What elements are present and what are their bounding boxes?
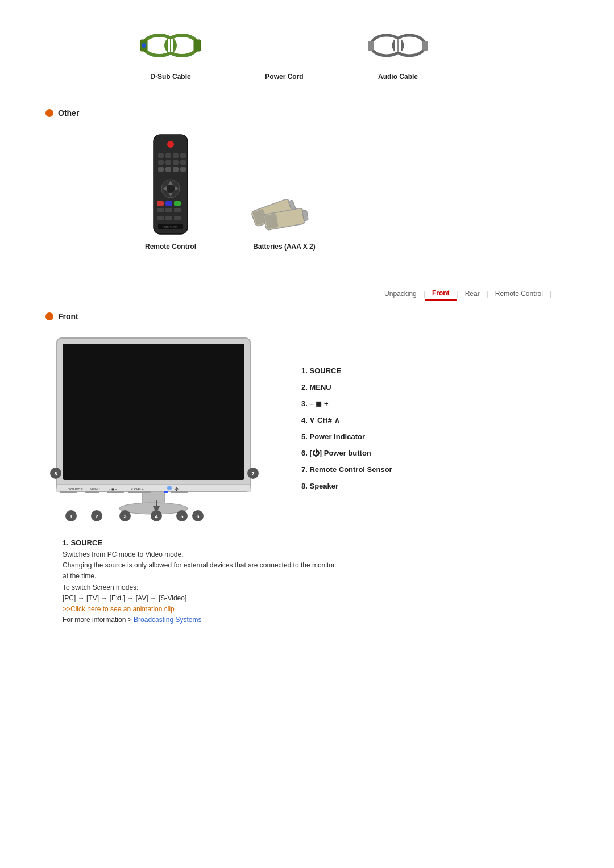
svg-rect-18 — [180, 153, 186, 158]
broadcasting-systems-link[interactable]: Broadcasting Systems — [134, 616, 201, 624]
svg-rect-64 — [128, 491, 151, 493]
front-section-content: SOURCE MENU - ◼ + ∨ CH# ∧ ⏻ 1 — [45, 332, 569, 527]
svg-rect-49 — [265, 214, 279, 229]
accessories-top-row: D-Sub Cable Power Cord Audio Cable — [45, 23, 569, 81]
svg-rect-37 — [165, 208, 172, 212]
label-power-button: 6. [⏻] Power button — [301, 449, 569, 457]
source-screen-modes: [PC] → [TV] → [Ext.] → [AV] → [S-Video] — [63, 593, 569, 604]
animation-clip-link[interactable]: >>Click here to see an animation clip — [63, 605, 175, 613]
svg-rect-19 — [158, 160, 164, 165]
front-dot — [45, 312, 53, 320]
svg-rect-66 — [171, 491, 188, 493]
svg-rect-33 — [157, 201, 164, 206]
svg-text:1: 1 — [69, 514, 72, 519]
source-more-info-row: For more information > Broadcasting Syst… — [63, 615, 569, 625]
audio-icon-area — [364, 23, 432, 68]
svg-rect-63 — [107, 491, 124, 493]
remote-control-icon: SAMSUNG — [148, 132, 193, 240]
batteries-label: Batteries (AAA X 2) — [253, 243, 316, 251]
page-wrapper: D-Sub Cable Power Cord Audio Cable — [0, 0, 614, 648]
svg-point-59 — [167, 486, 172, 490]
svg-rect-21 — [173, 160, 179, 165]
svg-text:6: 6 — [196, 514, 199, 519]
monitor-illustration: SOURCE MENU - ◼ + ∨ CH# ∧ ⏻ 1 — [45, 332, 284, 527]
svg-rect-39 — [157, 216, 164, 220]
source-line-3: at the time. — [63, 571, 569, 582]
svg-text:3: 3 — [123, 514, 126, 519]
accessory-power-cord: Power Cord — [227, 23, 341, 81]
label-menu: 2. MENU — [301, 383, 569, 391]
monitor-labels-panel: 1. SOURCE 2. MENU 3. – ◼ + 4. ∨ CH# ∧ 5.… — [301, 332, 569, 527]
svg-rect-65 — [164, 491, 168, 493]
label-channel: 4. ∨ CH# ∧ — [301, 416, 569, 424]
svg-rect-16 — [165, 153, 171, 158]
svg-text:-  ◼  +: - ◼ + — [109, 487, 117, 491]
source-line-1: Switches from PC mode to Video mode. — [63, 549, 569, 560]
svg-rect-26 — [180, 167, 186, 172]
svg-rect-35 — [174, 201, 181, 206]
svg-rect-15 — [158, 153, 164, 158]
svg-rect-51 — [63, 344, 244, 480]
svg-rect-5 — [194, 40, 201, 51]
svg-text:7: 7 — [251, 471, 254, 477]
svg-rect-20 — [165, 160, 171, 165]
tab-unpacking[interactable]: Unpacking — [377, 287, 424, 300]
source-description: 1. SOURCE Switches from PC mode to Video… — [45, 539, 569, 625]
svg-rect-12 — [422, 41, 428, 51]
svg-rect-22 — [180, 160, 186, 165]
remote-icon-area: SAMSUNG — [131, 129, 210, 243]
label-speaker: 8. Speaker — [301, 482, 569, 490]
front-title: Front — [58, 312, 78, 321]
svg-text:SAMSUNG: SAMSUNG — [163, 226, 177, 229]
tab-front[interactable]: Front — [425, 287, 457, 301]
svg-rect-41 — [174, 216, 181, 220]
accessory-batteries: Batteries (AAA X 2) — [227, 186, 341, 251]
other-title: Other — [58, 108, 79, 118]
accessory-audio: Audio Cable — [341, 23, 455, 81]
svg-text:8: 8 — [54, 471, 57, 477]
svg-rect-36 — [157, 208, 164, 212]
monitor-svg: SOURCE MENU - ◼ + ∨ CH# ∧ ⏻ 1 — [45, 332, 284, 525]
other-section-header: Other — [45, 108, 569, 118]
power-cord-label: Power Cord — [265, 73, 303, 81]
source-animation-link-row: >>Click here to see an animation clip — [63, 604, 569, 615]
label-source: 1. SOURCE — [301, 366, 569, 375]
svg-point-28 — [167, 185, 175, 193]
audio-label: Audio Cable — [378, 73, 418, 81]
dsub-label: D-Sub Cable — [150, 73, 190, 81]
power-cord-icon-area — [250, 23, 318, 68]
dsub-icon-area — [136, 23, 205, 68]
svg-rect-11 — [368, 41, 374, 51]
batteries-icon-area — [239, 186, 330, 243]
remote-label: Remote Control — [145, 243, 196, 251]
front-section-header: Front — [45, 312, 569, 321]
svg-rect-24 — [165, 167, 171, 172]
label-remote-sensor: 7. Remote Control Sensor — [301, 465, 569, 474]
svg-rect-23 — [158, 167, 164, 172]
svg-rect-25 — [173, 167, 179, 172]
svg-rect-61 — [60, 491, 77, 493]
svg-point-14 — [167, 141, 174, 148]
svg-rect-54 — [57, 485, 250, 491]
accessory-remote: SAMSUNG Remote Control — [114, 129, 227, 251]
audio-cable-icon — [367, 27, 429, 64]
svg-text:SOURCE: SOURCE — [68, 487, 83, 491]
svg-text:∨  CH#  ∧: ∨ CH# ∧ — [131, 487, 144, 491]
svg-text:⏻: ⏻ — [175, 487, 179, 491]
label-power-indicator: 5. Power indicator — [301, 432, 569, 441]
divider-2 — [45, 268, 569, 268]
other-dot — [45, 109, 53, 117]
svg-point-6 — [142, 43, 146, 48]
batteries-icon — [247, 194, 321, 234]
accessory-dsub: D-Sub Cable — [114, 23, 227, 81]
source-line-4: To switch Screen modes: — [63, 582, 569, 593]
tab-rear[interactable]: Rear — [458, 287, 487, 300]
svg-text:MENU: MENU — [90, 487, 100, 491]
dsub-cable-icon — [139, 27, 202, 64]
accessories-other-row: SAMSUNG Remote Control — [45, 129, 569, 251]
svg-rect-34 — [165, 201, 172, 206]
tab-remote-control[interactable]: Remote Control — [488, 287, 550, 300]
label-volume: 3. – ◼ + — [301, 399, 569, 408]
divider-1 — [45, 98, 569, 98]
svg-text:5: 5 — [180, 514, 183, 519]
